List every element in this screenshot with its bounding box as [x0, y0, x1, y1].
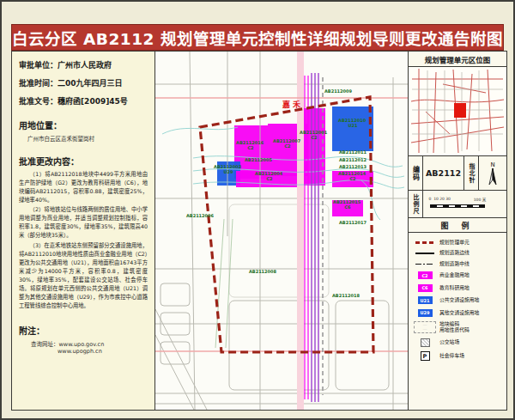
landuse-swatch-C2: C2	[418, 271, 433, 279]
road-edge-swatch-icon	[415, 253, 434, 254]
query-url-1[interactable]: www.upo.gov.cn	[59, 341, 105, 348]
scale-tick: 100 米	[474, 197, 487, 202]
approval-line: 批准文号：穗府函[2009]45号	[19, 95, 148, 107]
road-center-swatch-icon	[415, 264, 434, 265]
code-label: 编码	[411, 166, 421, 181]
legend-swatch	[414, 241, 436, 244]
legend-item: U29其他交通设施用地	[414, 309, 503, 317]
station-label: 嘉禾	[282, 99, 303, 110]
block-label-AB2112002: AB2112002 U29	[214, 165, 243, 175]
scale-tick: 0	[429, 197, 432, 201]
block-label-AB2112004: AB2112004 C2	[255, 172, 284, 182]
scale-tick: 30	[445, 197, 451, 201]
legend-label: 公交站场	[439, 339, 459, 345]
block-label-AB2112018: AB2112018	[332, 294, 360, 299]
url-label: 查询网址：	[31, 341, 59, 348]
location-heading: 用地位置：	[19, 119, 148, 131]
legend-swatch: P	[414, 351, 436, 361]
legend-label: 商业金融用地	[439, 272, 470, 278]
block-label-AB2112015: AB2112015 C6	[333, 200, 362, 210]
legend-item: 规划管理单元	[414, 240, 503, 246]
block-label-AB2112007: AB2112007 C2	[273, 139, 302, 149]
scale-bar-rule	[430, 204, 485, 208]
code-compass-row: 编码 AB2112 指北针 N	[409, 156, 506, 191]
block-code-sample-icon: ········	[414, 321, 436, 333]
legend-label: 地块编码用地性质代码	[439, 321, 470, 333]
legend-label: 规划道路边线	[439, 250, 470, 256]
legend-label: 公共交通设施用地	[439, 297, 479, 303]
legend-swatch	[414, 264, 436, 265]
block-label-AB2112001: AB2112001 C2	[300, 131, 329, 141]
legend-item: 规划道路中线	[414, 261, 503, 267]
landuse-swatch-U29: U29	[418, 309, 433, 317]
block-label-AB2112011: AB2112011	[339, 150, 367, 155]
notice-page: 白云分区 AB2112 规划管理单元控制性详细规划导则更改通告附图 审批单位：广…	[0, 0, 515, 420]
legend-label: 规划道路中线	[439, 261, 470, 267]
query-url-2[interactable]: www.upogph.cn	[58, 348, 148, 355]
block-label-AB2112012: AB2112012	[339, 158, 367, 163]
unit-location-marker	[454, 103, 466, 118]
block-label-AB2112014: AB2112014 C2	[338, 172, 367, 182]
block-label-AB2112016: AB2112016 C2	[236, 141, 265, 151]
landuse-swatch-U21: U21	[418, 296, 433, 304]
bus-station-icon	[421, 338, 430, 347]
change-paragraph: （2）将地铁站位与线路两侧的居住用地、中小学用地调整为商业用地，并适当调整规划控…	[19, 205, 148, 240]
info-panel: 审批单位：广州市人民政府批准时间：二00九年四月三日批准文号：穗府函[2009]…	[11, 51, 155, 411]
notes-heading: 附注：	[19, 324, 148, 337]
north-arrow-icon: N	[483, 160, 502, 187]
block-label-AB2112006: AB2112006	[186, 214, 214, 219]
legend-swatch: U21	[414, 296, 436, 304]
content-heading: 批准更改内容：	[19, 155, 148, 167]
page-title: 白云分区 AB2112 规划管理单元控制性详细规划导则更改通告附图	[12, 27, 503, 49]
legend-label: 教育科研用地	[439, 285, 470, 291]
legend-swatch	[414, 253, 436, 254]
legend-item: C2商业金融用地	[414, 271, 503, 279]
legend-swatch: U29	[414, 309, 436, 317]
unit-code: AB2112	[426, 168, 461, 178]
scale-tick: 10	[433, 197, 439, 201]
notes-url-line: 查询网址：www.upo.gov.cn	[31, 339, 148, 348]
approval-lines: 审批单位：广州市人民政府批准时间：二00九年四月三日批准文号：穗府函[2009]…	[19, 59, 148, 107]
planning-map: AB2112016 C2AB2112007 C2AB2112001 C2AB21…	[154, 51, 409, 411]
legend-swatch: ········	[414, 321, 436, 333]
scale-row: 比例尺 0102030100 米	[409, 191, 506, 218]
compass-label: 指北针	[467, 163, 476, 184]
scale-bar: 0102030100 米	[423, 191, 506, 217]
block-label-AB2112005: AB2112005	[245, 158, 272, 163]
landuse-swatch-C6: C6	[418, 284, 433, 292]
legend-item: U21公共交通设施用地	[414, 296, 503, 304]
title-bar: 白云分区 AB2112 规划管理单元控制性详细规划导则更改通告附图	[11, 24, 504, 51]
north-letter: N	[490, 161, 494, 168]
legend-title: 图 例	[409, 218, 506, 233]
scale-tick: 20	[439, 197, 445, 201]
approval-line: 审批单位：广州市人民政府	[19, 59, 148, 70]
legend-label: 规划管理单元	[439, 240, 470, 246]
block-label-AB2112009: AB2112009	[324, 89, 352, 94]
location-map-title: 规划管理单元区位图	[409, 52, 506, 67]
legend-swatch: C6	[414, 284, 436, 292]
legend-item: ········地块编码用地性质代码	[414, 321, 503, 333]
legend-item: 规划道路边线	[414, 250, 503, 256]
location-map	[409, 67, 506, 156]
approval-line: 批准时间：二00九年四月三日	[19, 77, 148, 88]
legend-item: 公交站场	[414, 338, 503, 347]
legend-swatch: C2	[414, 271, 436, 279]
legend-list: 规划管理单元规划道路边线规划道路中线C2商业金融用地C6教育科研用地U21公共交…	[409, 233, 506, 410]
change-paragraphs: （1）将AB2112018地块中4499平方米用地由生产防护绿地（G2）更改为教…	[19, 170, 148, 310]
reference-panel: 规划管理单元区位图 编码 AB2112 指北针	[408, 51, 507, 411]
location-map-roads	[409, 67, 506, 155]
legend-label: 其他交通设施用地	[439, 310, 479, 316]
change-paragraph: （1）将AB2112018地块中4499平方米用地由生产防护绿地（G2）更改为教…	[19, 170, 148, 204]
parking-icon: P	[421, 351, 430, 361]
block-label-AB2112010: AB2112010 U21	[338, 119, 367, 129]
legend-label: 社会停车场	[439, 353, 464, 359]
unit-boundary-swatch-icon	[415, 241, 434, 244]
legend-item: C6教育科研用地	[414, 284, 503, 292]
block-label-AB2112013: AB2112013	[339, 165, 367, 170]
legend-swatch	[414, 338, 436, 347]
location-value: 广州市白云区嘉禾街望岗村	[27, 134, 148, 143]
legend-item: P社会停车场	[414, 351, 503, 361]
block-label-AB2112017: AB2112017	[339, 221, 367, 226]
scale-label: 比例尺	[411, 194, 420, 215]
change-paragraph: （3）在嘉禾地铁站东侧预留部分交通设施用地，将AB2112010地块用地性质由商…	[19, 241, 148, 311]
